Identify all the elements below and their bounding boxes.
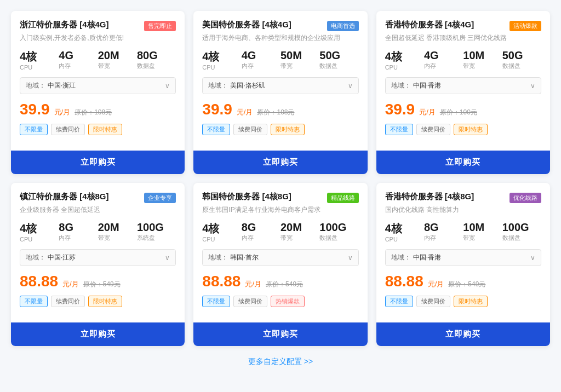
spec-label: 内存 — [242, 234, 280, 242]
tag-orange: 限时特惠 — [88, 124, 122, 135]
region-value: 美国·洛杉矶 — [230, 81, 347, 90]
spec-label: CPU — [202, 64, 241, 71]
price-original: 原价：108元 — [75, 108, 112, 117]
spec-label: 内存 — [242, 62, 280, 70]
card-desc: 全国超低延迟 香港顶级机房 三网优化线路 — [385, 33, 541, 43]
spec-value: 50G — [319, 49, 358, 62]
specs-grid: 4核 CPU 4G 内存 20M 带宽 80G 数据盘 — [20, 49, 176, 71]
region-value: 韩国·首尔 — [230, 253, 347, 262]
specs-grid: 4核 CPU 8G 内存 20M 带宽 100G 数据盘 — [202, 221, 358, 243]
card-badge: 活动爆款 — [510, 21, 541, 31]
price-main: 88.88 — [20, 273, 58, 290]
tag-blue: 不限量 — [202, 124, 230, 135]
region-selector[interactable]: 地域： 中国·香港 ∨ — [385, 77, 541, 94]
product-grid: 浙江特价服务器 [4核4G] 售完即止 入门级实例,开发者必备,质优价更低! 4… — [11, 11, 550, 346]
buy-button[interactable]: 立即购买 — [193, 322, 367, 346]
region-selector[interactable]: 地域： 中国·香港 ∨ — [385, 249, 541, 266]
spec-label: 系统盘 — [137, 234, 176, 242]
tag-blue: 不限量 — [20, 124, 48, 135]
region-label: 地域： — [26, 81, 45, 90]
price-row: 88.88 元/月 原价：549元 — [385, 273, 541, 290]
tags-row: 不限量 续费同价 限时特惠 — [20, 124, 176, 135]
card-header: 香港特价服务器 [4核8G] 优化线路 — [385, 192, 541, 203]
spec-label: 带宽 — [98, 234, 137, 242]
tags-row: 不限量 续费同价 限时特惠 — [385, 296, 541, 307]
card-badge: 电商首选 — [327, 21, 359, 31]
price-unit: 元/月 — [62, 279, 79, 289]
more-config-link[interactable]: 更多自定义配置 >> — [11, 357, 550, 367]
product-card-usa: 美国特价服务器 [4核4G] 电商首选 适用于海外电商、各种类型和规模的企业级应… — [193, 11, 367, 174]
spec-item: 50G 数据盘 — [319, 49, 358, 71]
card-desc: 企业级服务器 全国超低延迟 — [20, 205, 176, 215]
price-main: 39.9 — [20, 101, 50, 118]
spec-item: 4G 内存 — [242, 49, 280, 71]
tag-hot: 热销爆款 — [271, 296, 305, 307]
card-title: 香港特价服务器 [4核8G] — [385, 192, 474, 202]
card-badge: 精品线路 — [327, 193, 359, 203]
spec-item: 100G 数据盘 — [319, 221, 358, 243]
buy-button[interactable]: 立即购买 — [193, 151, 367, 174]
spec-value: 4G — [424, 49, 463, 62]
tag-gray: 续费同价 — [416, 296, 450, 307]
spec-value: 10M — [463, 221, 502, 234]
spec-label: CPU — [202, 236, 241, 243]
price-row: 39.9 元/月 原价：108元 — [202, 101, 358, 118]
tag-gray: 续费同价 — [233, 296, 267, 307]
spec-item: 20M 带宽 — [280, 221, 319, 243]
region-selector[interactable]: 地域： 中国·浙江 ∨ — [20, 77, 176, 94]
spec-item: 100G 数据盘 — [502, 221, 541, 243]
buy-button[interactable]: 立即购买 — [376, 151, 550, 174]
region-value: 中国·浙江 — [48, 81, 165, 90]
card-header: 浙江特价服务器 [4核4G] 售完即止 — [20, 20, 176, 31]
spec-label: CPU — [385, 236, 424, 243]
product-card-hongkong2: 香港特价服务器 [4核8G] 优化线路 国内优化线路 高性能算力 4核 CPU … — [376, 183, 550, 346]
spec-item: 4G 内存 — [59, 49, 98, 71]
spec-label: 数据盘 — [137, 62, 176, 70]
tags-row: 不限量 续费同价 限时特惠 — [20, 296, 176, 307]
card-body: 美国特价服务器 [4核4G] 电商首选 适用于海外电商、各种类型和规模的企业级应… — [193, 11, 367, 151]
tags-row: 不限量 续费同价 限时特惠 — [385, 124, 541, 135]
region-selector[interactable]: 地域： 韩国·首尔 ∨ — [202, 249, 358, 266]
product-card-hongkong1: 香港特价服务器 [4核4G] 活动爆款 全国超低延迟 香港顶级机房 三网优化线路… — [376, 11, 550, 174]
price-original: 原价：549元 — [83, 280, 121, 289]
spec-label: 数据盘 — [319, 234, 358, 242]
tag-blue: 不限量 — [385, 124, 413, 135]
chevron-down-icon: ∨ — [165, 82, 170, 90]
price-main: 39.9 — [202, 101, 232, 118]
card-title: 浙江特价服务器 [4核4G] — [20, 20, 109, 30]
specs-grid: 4核 CPU 8G 内存 20M 带宽 100G 系统盘 — [20, 221, 176, 243]
spec-label: 数据盘 — [502, 234, 541, 242]
specs-grid: 4核 CPU 4G 内存 50M 带宽 50G 数据盘 — [202, 49, 358, 71]
spec-label: CPU — [20, 64, 59, 71]
buy-button[interactable]: 立即购买 — [11, 151, 185, 174]
tag-blue: 不限量 — [202, 296, 230, 307]
product-card-zhejiang: 浙江特价服务器 [4核4G] 售完即止 入门级实例,开发者必备,质优价更低! 4… — [11, 11, 185, 174]
spec-item: 4核 CPU — [20, 221, 59, 243]
buy-button[interactable]: 立即购买 — [376, 322, 550, 346]
card-desc: 国内优化线路 高性能算力 — [385, 205, 541, 215]
spec-value: 4核 — [385, 49, 424, 64]
buy-button[interactable]: 立即购买 — [11, 322, 185, 346]
card-header: 韩国特价服务器 [4核8G] 精品线路 — [202, 192, 358, 203]
specs-grid: 4核 CPU 4G 内存 10M 带宽 50G 数据盘 — [385, 49, 541, 71]
spec-label: 内存 — [59, 234, 98, 242]
card-badge: 企业专享 — [144, 193, 176, 203]
region-selector[interactable]: 地域： 中国·江苏 ∨ — [20, 249, 176, 266]
spec-label: 带宽 — [280, 62, 319, 70]
spec-item: 50M 带宽 — [280, 49, 319, 71]
chevron-down-icon: ∨ — [348, 82, 353, 90]
price-unit: 元/月 — [419, 107, 436, 117]
spec-value: 50M — [280, 49, 319, 62]
spec-value: 4核 — [202, 49, 241, 64]
spec-value: 50G — [502, 49, 541, 62]
spec-value: 100G — [137, 221, 176, 234]
spec-label: 带宽 — [98, 62, 137, 70]
tags-row: 不限量 续费同价 热销爆款 — [202, 296, 358, 307]
card-header: 美国特价服务器 [4核4G] 电商首选 — [202, 20, 358, 31]
card-title: 香港特价服务器 [4核4G] — [385, 20, 474, 30]
spec-label: 内存 — [424, 62, 463, 70]
price-original: 原价：100元 — [440, 108, 477, 117]
region-selector[interactable]: 地域： 美国·洛杉矶 ∨ — [202, 77, 358, 94]
spec-value: 8G — [424, 221, 463, 234]
card-title: 镇江特价服务器 [4核8G] — [20, 192, 109, 202]
